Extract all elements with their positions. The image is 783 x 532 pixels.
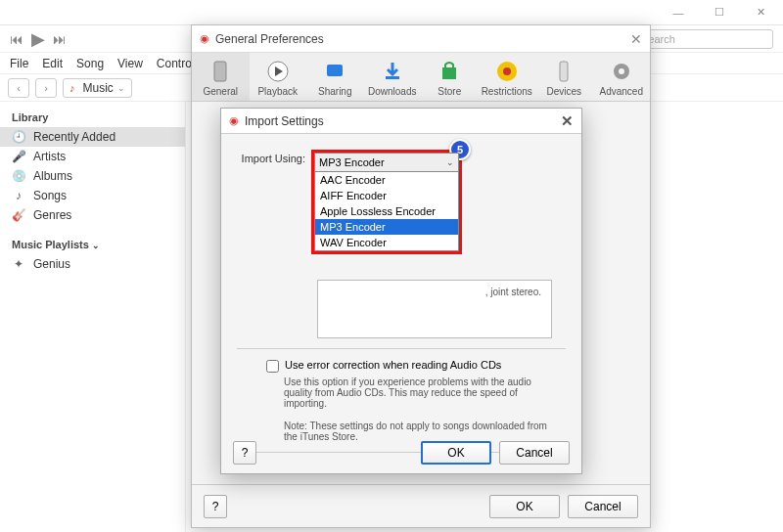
import-titlebar[interactable]: ◉ Import Settings ✕	[221, 109, 581, 134]
tab-label: Store	[438, 86, 461, 97]
genius-icon: ✦	[12, 257, 25, 271]
preferences-titlebar[interactable]: ◉ General Preferences ✕	[192, 25, 650, 53]
error-correction-checkbox[interactable]	[266, 360, 279, 373]
import-using-value: MP3 Encoder	[319, 156, 385, 168]
menu-edit[interactable]: Edit	[42, 57, 63, 70]
clock-icon: 🕘	[12, 130, 25, 144]
download-icon	[380, 59, 405, 84]
import-using-label: Import Using:	[237, 150, 311, 164]
play-icon[interactable]: ▶	[31, 28, 45, 50]
tab-general[interactable]: General	[192, 53, 250, 101]
encoder-option[interactable]: AIFF Encoder	[315, 188, 458, 203]
error-correction-note: Use this option if you experience proble…	[284, 377, 548, 409]
encoder-option[interactable]: AAC Encoder	[315, 172, 458, 188]
svg-point-6	[503, 67, 511, 75]
sidebar-header-playlists: Music Playlists ⌄	[0, 235, 185, 254]
tab-downloads[interactable]: Downloads	[364, 53, 422, 101]
tab-label: Sharing	[318, 86, 351, 97]
menu-controls[interactable]: Control	[157, 57, 195, 70]
sidebar-item-label: Artists	[33, 150, 66, 163]
itunes-icon: ◉	[200, 32, 209, 45]
tab-label: Restrictions	[482, 86, 532, 97]
help-button[interactable]: ?	[233, 441, 256, 465]
sidebar-item-label: Genius	[33, 257, 70, 271]
mic-icon: 🎤	[12, 150, 25, 163]
sidebar-item-genres[interactable]: 🎸Genres	[0, 205, 185, 225]
tab-advanced[interactable]: Advanced	[593, 53, 651, 101]
category-selector[interactable]: ♪ Music ⌄	[63, 78, 132, 98]
music-icon: ♪	[69, 82, 75, 94]
encoder-option-selected[interactable]: MP3 Encoder	[315, 219, 458, 235]
itunes-icon: ◉	[229, 114, 239, 127]
import-settings-dialog: ◉ Import Settings ✕ Import Using: 5 MP3 …	[220, 108, 582, 474]
tab-store[interactable]: Store	[421, 53, 479, 101]
chevron-down-icon: ⌄	[514, 255, 522, 265]
import-title: Import Settings	[245, 114, 324, 128]
encoder-option[interactable]: WAV Encoder	[315, 235, 458, 250]
sidebar: Library 🕘Recently Added 🎤Artists 💿Albums…	[0, 102, 186, 532]
sidebar-item-label: Songs	[33, 189, 67, 202]
sidebar-item-artists[interactable]: 🎤Artists	[0, 147, 185, 166]
preferences-title: General Preferences	[215, 32, 324, 46]
sharing-icon	[322, 59, 347, 84]
highlight-box: 5 MP3 Encoder ⌄ AAC Encoder AIFF Encoder…	[311, 150, 462, 254]
restrictions-icon	[494, 59, 520, 84]
details-text: , joint stereo.	[485, 287, 541, 297]
store-icon	[437, 59, 462, 84]
sidebar-item-songs[interactable]: ♪Songs	[0, 186, 185, 205]
encoder-option[interactable]: Apple Lossless Encoder	[315, 203, 458, 219]
album-icon: 💿	[12, 169, 25, 183]
menu-song[interactable]: Song	[76, 57, 104, 70]
close-icon[interactable]: ✕	[630, 31, 642, 47]
sidebar-item-albums[interactable]: 💿Albums	[0, 166, 185, 186]
chevron-down-icon[interactable]: ⌄	[92, 241, 100, 250]
sidebar-item-recently-added[interactable]: 🕘Recently Added	[0, 127, 185, 147]
menu-file[interactable]: File	[10, 57, 28, 70]
gear-icon	[609, 59, 634, 84]
ok-button[interactable]: OK	[421, 441, 491, 465]
note-icon: ♪	[12, 189, 25, 202]
playback-icon	[265, 59, 291, 84]
divider	[237, 348, 566, 349]
svg-point-9	[619, 68, 624, 74]
preferences-tabs: General Playback Sharing Downloads Store…	[192, 53, 650, 102]
details-box: , joint stereo.	[317, 280, 552, 338]
general-icon	[207, 59, 233, 84]
chevron-down-icon: ⌄	[117, 83, 125, 93]
tab-devices[interactable]: Devices	[535, 53, 593, 101]
sidebar-item-label: Recently Added	[33, 130, 115, 144]
import-using-select[interactable]: MP3 Encoder ⌄	[314, 153, 459, 172]
close-icon[interactable]: ✕	[561, 112, 574, 130]
cancel-button[interactable]: Cancel	[499, 441, 570, 465]
devices-icon	[551, 59, 576, 84]
ok-button[interactable]: OK	[489, 495, 560, 518]
svg-rect-7	[560, 62, 568, 81]
sidebar-item-label: Genres	[33, 208, 71, 222]
sidebar-header-library: Library	[0, 108, 185, 127]
nav-back-button[interactable]: ‹	[8, 78, 29, 98]
menu-view[interactable]: View	[117, 57, 143, 70]
window-titlebar: — ☐ ✕	[0, 0, 783, 25]
tab-label: Downloads	[368, 86, 416, 97]
prev-track-icon[interactable]: ⏮	[10, 31, 23, 47]
sidebar-item-label: Albums	[33, 169, 72, 183]
tab-label: Advanced	[600, 86, 643, 97]
svg-rect-0	[214, 62, 226, 81]
maximize-button[interactable]: ☐	[703, 4, 736, 22]
next-track-icon[interactable]: ⏭	[53, 31, 67, 47]
tab-playback[interactable]: Playback	[250, 53, 307, 101]
tab-sharing[interactable]: Sharing	[306, 53, 364, 101]
tab-label: Devices	[546, 86, 581, 97]
cancel-button[interactable]: Cancel	[568, 495, 638, 518]
category-label: Music	[83, 81, 114, 95]
svg-rect-4	[442, 67, 456, 79]
minimize-button[interactable]: —	[662, 4, 695, 22]
close-button[interactable]: ✕	[744, 4, 777, 22]
tab-label: General	[203, 86, 238, 97]
error-correction-label: Use error correction when reading Audio …	[285, 359, 501, 371]
help-button[interactable]: ?	[204, 495, 227, 518]
svg-rect-3	[386, 76, 399, 79]
tab-restrictions[interactable]: Restrictions	[479, 53, 536, 101]
sidebar-item-genius[interactable]: ✦Genius	[0, 254, 185, 274]
nav-forward-button[interactable]: ›	[35, 78, 57, 98]
